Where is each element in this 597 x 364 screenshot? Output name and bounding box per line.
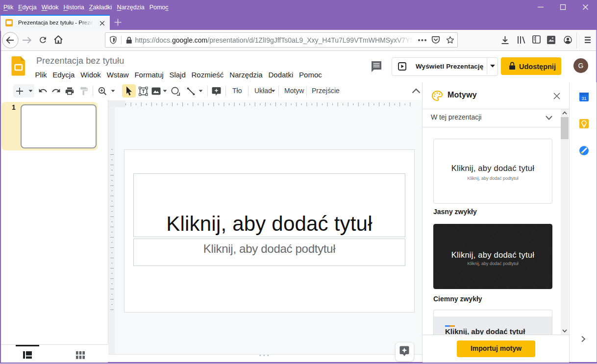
svg-text:31: 31: [581, 96, 586, 101]
